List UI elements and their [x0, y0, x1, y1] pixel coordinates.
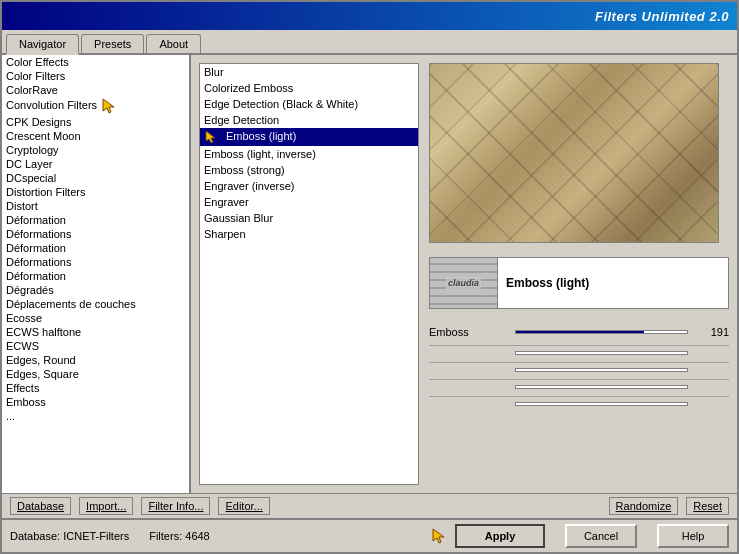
right-list-item[interactable]: Emboss (strong) — [200, 162, 418, 178]
filter-info-button[interactable]: Filter Info... — [141, 497, 210, 515]
left-list-item[interactable]: Color Effects — [2, 55, 189, 69]
sliders-area: Emboss 191 — [429, 323, 729, 485]
database-button[interactable]: Database — [10, 497, 71, 515]
filter-logo-stripes: claudia — [430, 258, 497, 308]
left-list-item-label: DCspecial — [6, 172, 56, 184]
apply-cursor-icon — [431, 527, 453, 545]
left-list-item[interactable]: Dégradés — [2, 283, 189, 297]
category-list[interactable]: Color EffectsColor FiltersColorRaveConvo… — [2, 55, 189, 493]
main-content: Color EffectsColor FiltersColorRaveConvo… — [2, 55, 737, 493]
left-list-item-label: Emboss — [6, 396, 46, 408]
left-list-item[interactable]: Edges, Round — [2, 353, 189, 367]
cancel-button[interactable]: Cancel — [565, 524, 637, 548]
left-list-item-label: Color Effects — [6, 56, 69, 68]
left-list-item[interactable]: Déformation — [2, 241, 189, 255]
left-list-item[interactable]: Déformations — [2, 227, 189, 241]
database-status: Database: ICNET-Filters — [10, 530, 129, 542]
left-list-item[interactable]: ECWS halftone — [2, 325, 189, 339]
right-list-item-label: Edge Detection — [204, 114, 279, 126]
slider-track-empty-1 — [515, 351, 688, 355]
slider-track-empty-2 — [515, 368, 688, 372]
right-list-item-label: Emboss (strong) — [204, 164, 285, 176]
tab-bar: Navigator Presets About — [2, 30, 737, 55]
left-list-item-label: Edges, Square — [6, 368, 79, 380]
slider-value: 191 — [694, 326, 729, 338]
slider-row-empty-1 — [429, 348, 729, 358]
left-list-item[interactable]: DC Layer — [2, 157, 189, 171]
right-list-item[interactable]: Colorized Emboss — [200, 80, 418, 96]
left-list-item[interactable]: Déformation — [2, 213, 189, 227]
filter-info-bar: claudia Emboss (light) — [429, 257, 729, 309]
editor-button[interactable]: Editor... — [218, 497, 269, 515]
left-list-item[interactable]: ... — [2, 409, 189, 423]
left-list-item-label: Color Filters — [6, 70, 65, 82]
right-list-item[interactable]: Emboss (light, inverse) — [200, 146, 418, 162]
right-list-item[interactable]: Edge Detection — [200, 112, 418, 128]
reset-button[interactable]: Reset — [686, 497, 729, 515]
left-list-item[interactable]: ECWS — [2, 339, 189, 353]
left-list-item[interactable]: Convolution Filters — [2, 97, 189, 115]
slider-track-empty-4 — [515, 402, 688, 406]
left-list-item[interactable]: CPK Designs — [2, 115, 189, 129]
svg-marker-0 — [103, 99, 114, 113]
tab-about[interactable]: About — [146, 34, 201, 53]
slider-separator-3 — [429, 379, 729, 380]
left-list-item[interactable]: Emboss — [2, 395, 189, 409]
right-list-item[interactable]: Engraver — [200, 194, 418, 210]
slider-row-empty-3 — [429, 382, 729, 392]
left-list-item-label: Effects — [6, 382, 39, 394]
left-list-item-label: Edges, Round — [6, 354, 76, 366]
left-list-item[interactable]: Effects — [2, 381, 189, 395]
left-list-item[interactable]: ColorRave — [2, 83, 189, 97]
left-list-item[interactable]: Color Filters — [2, 69, 189, 83]
left-list-item[interactable]: Cryptology — [2, 143, 189, 157]
left-list-item[interactable]: Crescent Moon — [2, 129, 189, 143]
tab-presets[interactable]: Presets — [81, 34, 144, 53]
tab-navigator[interactable]: Navigator — [6, 34, 79, 55]
right-list-item[interactable]: Gaussian Blur — [200, 210, 418, 226]
left-list-item-label: DC Layer — [6, 158, 52, 170]
left-list-item-label: CPK Designs — [6, 116, 71, 128]
apply-area: Apply — [431, 524, 545, 548]
import-button[interactable]: Import... — [79, 497, 133, 515]
slider-row-emboss: Emboss 191 — [429, 323, 729, 341]
left-list-item-label: ECWS — [6, 340, 39, 352]
right-list-item-label: Engraver — [204, 196, 249, 208]
left-list-item[interactable]: Ecosse — [2, 311, 189, 325]
left-list-item-label: Déplacements de couches — [6, 298, 136, 310]
left-list-item-label: Cryptology — [6, 144, 59, 156]
left-list-item[interactable]: Déformations — [2, 255, 189, 269]
left-list-item-label: Déformation — [6, 242, 66, 254]
slider-separator-4 — [429, 396, 729, 397]
right-list-item[interactable]: Emboss (light) — [200, 128, 418, 146]
left-list-item-label: Crescent Moon — [6, 130, 81, 142]
left-list-item[interactable]: Distortion Filters — [2, 185, 189, 199]
filter-list[interactable]: BlurColorized EmbossEdge Detection (Blac… — [199, 63, 419, 485]
left-list-item[interactable]: Déplacements de couches — [2, 297, 189, 311]
left-list-item-label: Déformation — [6, 270, 66, 282]
left-list-item-label: Ecosse — [6, 312, 42, 324]
right-list-item-label: Sharpen — [204, 228, 246, 240]
help-button[interactable]: Help — [657, 524, 729, 548]
right-list-item[interactable]: Sharpen — [200, 226, 418, 242]
left-list-item-label: ... — [6, 410, 15, 422]
right-list-item[interactable]: Blur — [200, 64, 418, 80]
left-list-item[interactable]: DCspecial — [2, 171, 189, 185]
slider-track[interactable] — [515, 330, 688, 334]
left-list-item-label: Déformations — [6, 228, 71, 240]
right-panel: BlurColorized EmbossEdge Detection (Blac… — [191, 55, 737, 493]
right-list-item[interactable]: Engraver (inverse) — [200, 178, 418, 194]
svg-marker-1 — [206, 131, 215, 143]
left-list-item-label: Convolution Filters — [6, 99, 97, 111]
svg-marker-2 — [433, 529, 444, 543]
right-list-item[interactable]: Edge Detection (Black & White) — [200, 96, 418, 112]
randomize-button[interactable]: Randomize — [609, 497, 679, 515]
right-list-item-label: Blur — [204, 66, 224, 78]
apply-button[interactable]: Apply — [455, 524, 545, 548]
left-panel: Color EffectsColor FiltersColorRaveConvo… — [2, 55, 190, 493]
left-list-item[interactable]: Edges, Square — [2, 367, 189, 381]
left-list-item[interactable]: Déformation — [2, 269, 189, 283]
left-list-item[interactable]: Distort — [2, 199, 189, 213]
filter-name-label: Emboss (light) — [498, 272, 597, 294]
main-window: Filters Unlimited 2.0 Navigator Presets … — [0, 0, 739, 554]
